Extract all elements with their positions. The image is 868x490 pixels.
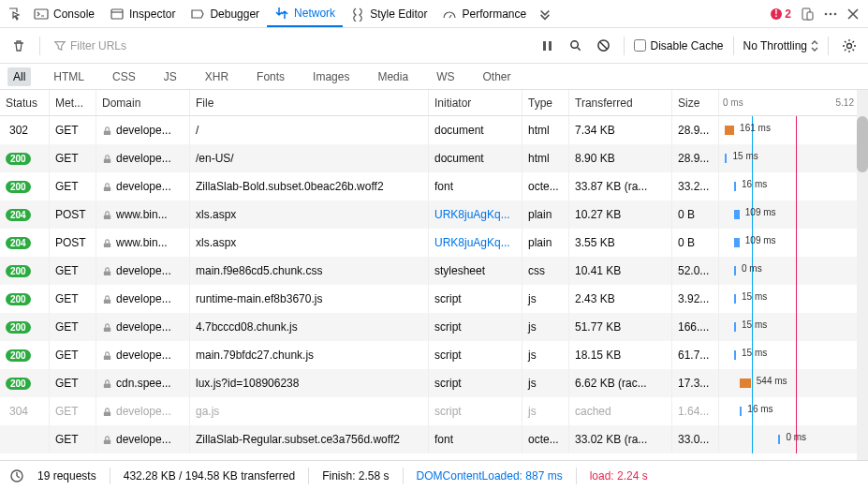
tab-debugger[interactable]: Debugger <box>183 0 267 27</box>
lock-icon <box>102 350 112 361</box>
disable-cache-checkbox[interactable]: Disable Cache <box>634 39 723 52</box>
table-row[interactable]: 200GETdevelope...4.7bcccd08.chunk.jsscri… <box>0 313 868 341</box>
svg-rect-21 <box>104 327 110 332</box>
funnel-icon <box>53 39 66 52</box>
lock-icon <box>102 182 112 192</box>
svg-rect-20 <box>104 299 110 304</box>
svg-rect-5 <box>807 12 813 20</box>
status-requests: 19 requests <box>37 469 96 483</box>
filter-tab-media[interactable]: Media <box>372 67 414 86</box>
tab-inspector[interactable]: Inspector <box>102 0 183 27</box>
filter-tab-js[interactable]: JS <box>158 67 183 86</box>
col-initiator[interactable]: Initiator <box>429 90 522 115</box>
filter-tab-other[interactable]: Other <box>477 67 516 86</box>
svg-rect-0 <box>35 9 48 19</box>
waterfall-0: 0 ms <box>723 97 743 108</box>
perf-analysis-icon[interactable] <box>9 468 24 483</box>
table-header-row: Status Met... Domain File Initiator Type… <box>0 90 868 116</box>
close-devtools-icon[interactable] <box>842 3 864 25</box>
filter-input[interactable]: Filter URLs <box>50 39 530 52</box>
col-size[interactable]: Size <box>672 90 719 115</box>
console-icon <box>34 7 49 22</box>
svg-rect-19 <box>104 271 110 275</box>
devtools-tabbar: ConsoleInspectorDebuggerNetworkStyle Edi… <box>0 0 868 28</box>
tab-style-editor[interactable]: Style Editor <box>343 0 434 27</box>
status-dcl: DOMContentLoaded: 887 ms <box>417 469 563 483</box>
lock-icon <box>102 379 112 389</box>
tab-console[interactable]: Console <box>26 0 102 27</box>
table-row[interactable]: 200GETdevelope...main.79bfdc27.chunk.jss… <box>0 341 868 369</box>
col-file[interactable]: File <box>190 90 429 115</box>
disable-cache-input[interactable] <box>634 39 646 52</box>
settings-gear-icon[interactable] <box>838 35 861 57</box>
lock-icon <box>102 238 112 248</box>
svg-rect-10 <box>549 41 552 51</box>
col-type[interactable]: Type <box>522 90 569 115</box>
filter-tab-ws[interactable]: WS <box>431 67 460 86</box>
tab-performance[interactable]: Performance <box>434 0 534 27</box>
svg-text:!: ! <box>775 8 778 19</box>
svg-rect-14 <box>104 130 110 135</box>
lock-icon <box>102 322 112 333</box>
responsive-mode-icon[interactable] <box>797 3 819 25</box>
lock-icon <box>102 210 112 220</box>
col-transferred[interactable]: Transferred <box>569 90 672 115</box>
block-icon[interactable] <box>592 35 614 57</box>
svg-point-11 <box>571 41 579 49</box>
svg-rect-25 <box>104 439 110 444</box>
svg-rect-17 <box>104 215 110 219</box>
col-method[interactable]: Met... <box>50 90 96 115</box>
table-row[interactable]: 200GETdevelope...main.f9e86cd5.chunk.css… <box>0 257 868 285</box>
table-row[interactable]: 302GETdevelope.../documenthtml7.34 KB28.… <box>0 116 868 144</box>
filter-tab-css[interactable]: CSS <box>107 67 141 86</box>
filter-tab-images[interactable]: Images <box>307 67 355 86</box>
vertical-scrollbar[interactable] <box>857 90 868 460</box>
pause-icon[interactable] <box>536 35 558 57</box>
col-domain[interactable]: Domain <box>96 90 190 115</box>
status-load: load: 2.24 s <box>590 469 648 483</box>
debugger-icon <box>190 7 205 22</box>
search-icon[interactable] <box>564 35 586 57</box>
table-row[interactable]: 204POSTwww.bin...xls.aspxURK8juAgKq...pl… <box>0 200 868 229</box>
performance-icon <box>442 7 457 22</box>
table-row[interactable]: 200GETdevelope.../en-US/documenthtml8.90… <box>0 144 868 172</box>
table-row[interactable]: 200GETdevelope...runtime-main.ef8b3670.j… <box>0 285 868 313</box>
clear-button[interactable] <box>7 35 30 57</box>
meatball-menu-icon[interactable] <box>819 3 842 25</box>
overflow-icon[interactable] <box>534 3 556 25</box>
table-row[interactable]: 200GETdevelope...ZillaSlab-Bold.subset.0… <box>0 172 868 200</box>
lock-icon <box>102 294 112 304</box>
table-row[interactable]: 304GETdevelope...ga.jsscriptjscached1.64… <box>0 397 868 425</box>
pick-element-icon[interactable] <box>4 3 26 25</box>
throttling-select[interactable]: No Throttling <box>743 39 818 52</box>
svg-point-13 <box>847 43 852 48</box>
status-transferred: 432.28 KB / 194.58 KB transferred <box>124 469 295 483</box>
lock-icon <box>102 266 112 276</box>
tab-network[interactable]: Network <box>267 0 343 27</box>
waterfall-end: 5.12 <box>836 97 854 108</box>
throttling-label: No Throttling <box>743 39 807 52</box>
table-row[interactable]: 204POSTwww.bin...xls.aspxURK8juAgKq...pl… <box>0 229 868 257</box>
error-count-badge[interactable]: ! 2 <box>764 7 797 21</box>
svg-rect-1 <box>111 9 123 19</box>
lock-icon <box>102 126 112 136</box>
col-status[interactable]: Status <box>0 90 50 115</box>
disable-cache-label: Disable Cache <box>650 39 723 52</box>
table-row[interactable]: GETdevelope...ZillaSlab-Regular.subset.c… <box>0 425 868 453</box>
style-editor-icon <box>350 7 365 22</box>
lock-icon <box>102 435 112 445</box>
filter-tab-xhr[interactable]: XHR <box>199 67 234 86</box>
filter-tab-html[interactable]: HTML <box>48 67 90 86</box>
svg-rect-24 <box>104 411 110 416</box>
inspector-icon <box>110 7 125 22</box>
svg-rect-15 <box>104 158 110 163</box>
table-row[interactable]: 200GETcdn.spee...lux.js?id=108906238scri… <box>0 369 868 397</box>
status-bar: 19 requests 432.28 KB / 194.58 KB transf… <box>0 460 868 490</box>
filter-tab-fonts[interactable]: Fonts <box>251 67 290 86</box>
network-icon <box>274 6 289 21</box>
filter-tab-all[interactable]: All <box>7 67 31 86</box>
sort-icon <box>811 40 818 52</box>
lock-icon <box>102 407 112 417</box>
col-waterfall[interactable]: 0 ms 5.12 <box>719 90 868 115</box>
filter-placeholder: Filter URLs <box>70 39 126 52</box>
